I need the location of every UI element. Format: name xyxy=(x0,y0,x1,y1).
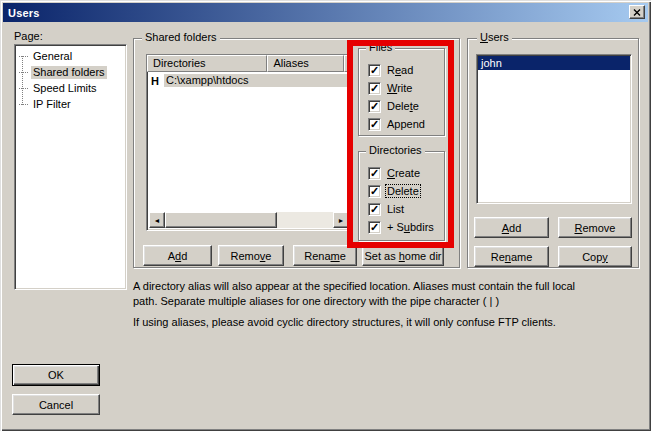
checkbox-checked-icon: ✓ xyxy=(368,100,381,113)
window-title: Users xyxy=(8,7,40,19)
page-tree: General Shared folders Speed Limits IP F… xyxy=(14,44,127,290)
users-dialog: Users Page: General Shared folders Speed… xyxy=(0,0,651,431)
scroll-right-button[interactable]: ► xyxy=(333,212,349,228)
users-add-button[interactable]: Add xyxy=(474,217,549,238)
files-group-label: Files xyxy=(366,41,395,53)
title-bar[interactable]: Users xyxy=(3,3,648,22)
tree-branch-icon xyxy=(19,88,28,89)
user-row-john[interactable]: john xyxy=(478,56,630,70)
page-item-general[interactable]: General xyxy=(15,48,126,64)
scrollbar-thumb[interactable] xyxy=(165,212,277,228)
directory-path: C:\xampp\htdocs xyxy=(164,74,351,87)
tree-branch-icon xyxy=(19,104,28,105)
users-group-label: Users xyxy=(477,31,512,43)
set-as-home-dir-button[interactable]: Set as home dir xyxy=(362,245,444,266)
ok-button[interactable]: OK xyxy=(12,364,100,386)
page-item-speed-limits[interactable]: Speed Limits xyxy=(15,80,126,96)
column-header-directories[interactable]: Directories xyxy=(147,55,267,72)
page-item-shared-folders[interactable]: Shared folders xyxy=(15,64,126,80)
shared-rename-button[interactable]: Rename xyxy=(293,245,357,266)
scroll-right-icon: ► xyxy=(338,217,345,224)
page-label: Page: xyxy=(14,30,43,42)
checkbox-checked-icon: ✓ xyxy=(368,203,381,216)
cyclic-note: If using aliases, please avoid cyclic di… xyxy=(133,315,556,330)
column-header-aliases[interactable]: Aliases xyxy=(267,55,344,72)
cancel-button[interactable]: Cancel xyxy=(12,394,100,415)
directories-group: Directories ✓ Create ✓ Delete ✓ List ✓ +… xyxy=(358,151,445,241)
checkbox-dirs-create[interactable]: ✓ Create xyxy=(359,164,444,182)
shared-add-button[interactable]: Add xyxy=(143,245,212,266)
page-item-ip-filter[interactable]: IP Filter xyxy=(15,96,126,112)
shared-folders-group-label: Shared folders xyxy=(142,31,220,43)
column-header-filler xyxy=(344,55,351,72)
checkbox-checked-icon: ✓ xyxy=(368,167,381,180)
home-marker: H xyxy=(151,75,159,87)
tree-branch-icon xyxy=(19,56,28,57)
alias-note: A directory alias will also appear at th… xyxy=(133,279,575,309)
users-list: john xyxy=(476,54,632,204)
checkbox-checked-icon: ✓ xyxy=(368,185,381,198)
close-button[interactable] xyxy=(629,5,645,19)
checkbox-files-delete[interactable]: ✓ Delete xyxy=(359,97,444,115)
directory-row[interactable]: H C:\xampp\htdocs xyxy=(147,73,351,88)
checkbox-checked-icon: ✓ xyxy=(368,118,381,131)
directories-list: Directories Aliases H C:\xampp\htdocs ◄ … xyxy=(146,54,352,231)
checkbox-dirs-list[interactable]: ✓ List xyxy=(359,200,444,218)
checkbox-dirs-subdirs[interactable]: ✓ + Subdirs xyxy=(359,218,444,236)
checkbox-files-read[interactable]: ✓ Read xyxy=(359,61,444,79)
horizontal-scrollbar[interactable]: ◄ ► xyxy=(149,212,349,228)
close-icon xyxy=(633,9,641,16)
checkbox-checked-icon: ✓ xyxy=(368,64,381,77)
users-rename-button[interactable]: Rename xyxy=(474,246,549,267)
scrollbar-track[interactable] xyxy=(277,212,333,228)
scroll-left-button[interactable]: ◄ xyxy=(149,212,165,228)
directories-group-label: Directories xyxy=(366,144,425,156)
files-group: Files ✓ Read ✓ Write ✓ Delete ✓ Append xyxy=(358,48,445,136)
checkbox-checked-icon: ✓ xyxy=(368,221,381,234)
checkbox-dirs-delete[interactable]: ✓ Delete xyxy=(359,182,444,200)
scroll-left-icon: ◄ xyxy=(154,217,161,224)
checkbox-files-write[interactable]: ✓ Write xyxy=(359,79,444,97)
checkbox-checked-icon: ✓ xyxy=(368,82,381,95)
list-header: Directories Aliases xyxy=(147,55,351,72)
checkbox-files-append[interactable]: ✓ Append xyxy=(359,115,444,133)
shared-remove-button[interactable]: Remove xyxy=(218,245,284,266)
tree-branch-icon xyxy=(19,72,28,73)
users-copy-button[interactable]: Copy xyxy=(558,246,632,267)
users-remove-button[interactable]: Remove xyxy=(558,217,632,238)
